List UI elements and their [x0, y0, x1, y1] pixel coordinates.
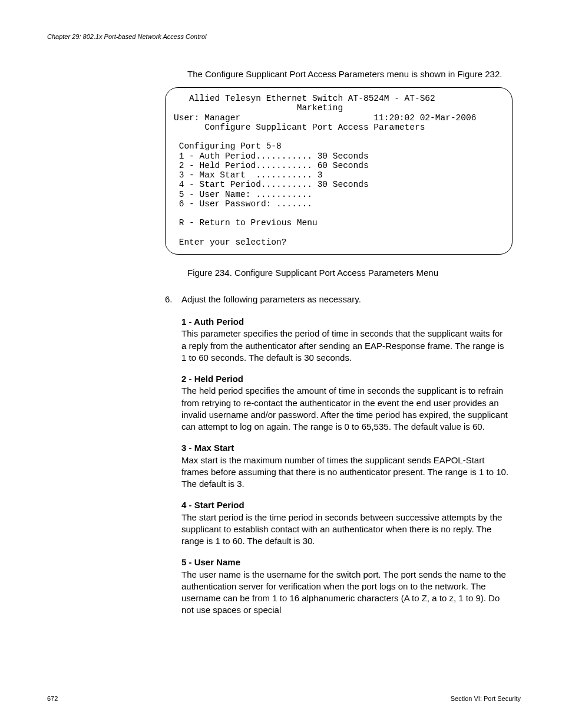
param-title: 1 - Auth Period — [181, 316, 509, 328]
param-body: The user name is the username for the sw… — [181, 569, 509, 617]
terminal-subtitle: Marketing — [174, 103, 343, 113]
param-title: 5 - User Name — [181, 556, 509, 568]
terminal-config-line: Configuring Port 5-8 — [174, 141, 282, 151]
terminal-item-6: 6 - User Password: ....... — [174, 199, 312, 209]
terminal-item-4: 4 - Start Period.......... 30 Seconds — [174, 180, 369, 189]
terminal-user-line: User: Manager 11:20:02 02-Mar-2006 — [174, 113, 476, 123]
intro-paragraph: The Configure Supplicant Port Access Par… — [187, 68, 521, 80]
page-footer: 672 Section VI: Port Security — [47, 695, 521, 702]
param-block-2: 2 - Held Period The held period specifie… — [181, 373, 509, 433]
terminal-title: Allied Telesyn Ethernet Switch AT-8524M … — [174, 94, 435, 103]
terminal-return-line: R - Return to Previous Menu — [174, 218, 318, 228]
terminal-prompt: Enter your selection? — [174, 238, 286, 247]
param-block-1: 1 - Auth Period This parameter specifies… — [181, 316, 509, 364]
page-header-chapter: Chapter 29: 802.1x Port-based Network Ac… — [47, 33, 521, 40]
step-text: Adjust the following parameters as neces… — [181, 294, 361, 304]
param-block-3: 3 - Max Start Max start is the maximum n… — [181, 442, 509, 490]
terminal-item-3: 3 - Max Start ........... 3 — [174, 170, 322, 180]
param-body: This parameter specifies the period of t… — [181, 328, 509, 364]
terminal-item-5: 5 - User Name: ........... — [174, 190, 312, 199]
terminal-screenshot: Allied Telesyn Ethernet Switch AT-8524M … — [165, 87, 513, 255]
param-title: 2 - Held Period — [181, 373, 509, 385]
section-label: Section VI: Port Security — [451, 695, 521, 702]
param-body: Max start is the maximum number of times… — [181, 454, 509, 490]
param-block-5: 5 - User Name The user name is the usern… — [181, 556, 509, 616]
param-title: 3 - Max Start — [181, 442, 509, 454]
param-body: The held period specifies the amount of … — [181, 385, 509, 433]
param-title: 4 - Start Period — [181, 499, 509, 511]
page-number: 672 — [47, 695, 58, 702]
terminal-item-2: 2 - Held Period........... 60 Seconds — [174, 161, 369, 170]
param-block-4: 4 - Start Period The start period is the… — [181, 499, 509, 547]
terminal-item-1: 1 - Auth Period........... 30 Seconds — [174, 151, 369, 161]
step-number: 6. — [165, 294, 181, 304]
step-row: 6. Adjust the following parameters as ne… — [165, 294, 521, 304]
figure-caption: Figure 234. Configure Supplicant Port Ac… — [187, 268, 521, 278]
terminal-menu-title: Configure Supplicant Port Access Paramet… — [174, 123, 425, 132]
param-body: The start period is the time period in s… — [181, 512, 509, 548]
